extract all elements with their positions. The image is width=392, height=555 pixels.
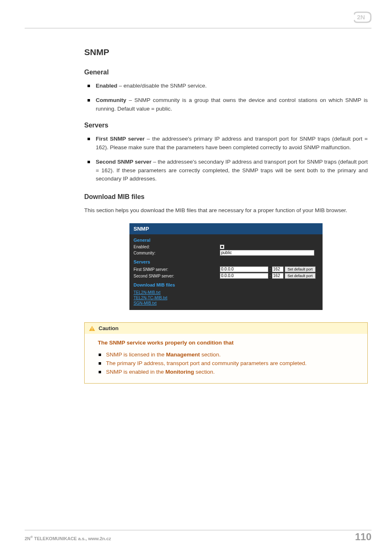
desc-enabled: – enable/disable the SNMP service.	[118, 83, 207, 89]
c3b: Monitoring	[166, 369, 194, 375]
colon-sep-2: :	[270, 274, 271, 278]
page-number: 110	[355, 531, 371, 543]
first-ip-input[interactable]: 0.0.0.0	[220, 266, 268, 272]
general-enabled: Enabled – enable/disable the SNMP servic…	[96, 82, 368, 90]
term-second-server: Second SNMP server	[96, 159, 152, 165]
header-divider	[25, 28, 371, 28]
enabled-checkbox[interactable]	[220, 245, 224, 249]
panel-lbl-first: First SNMP server:	[134, 267, 220, 272]
colon-sep: :	[270, 267, 271, 272]
community-input[interactable]: public	[220, 250, 314, 256]
svg-rect-2	[92, 330, 92, 330]
general-community: Community – SNMP community is a group th…	[96, 96, 368, 113]
servers-heading: Servers	[84, 122, 368, 129]
svg-text:2N: 2N	[357, 14, 365, 21]
term-enabled: Enabled	[96, 83, 118, 89]
footer-divider	[25, 530, 371, 530]
panel-lbl-second: Second SNMP server:	[134, 274, 220, 278]
panel-lbl-enabled: Enabled:	[134, 245, 220, 249]
mib-body: This section helps you download the MIB …	[84, 206, 368, 215]
c3a: SNMP is enabled in the	[106, 369, 166, 375]
snmp-config-panel: SNMP General Enabled: Community: public …	[129, 223, 323, 310]
page-title: SNMP	[84, 47, 368, 57]
panel-sec-servers: Servers	[129, 256, 323, 266]
caution-box: Caution The SNMP service works properly …	[84, 322, 368, 384]
mib-link-1[interactable]: TEL2N-MIB.txt	[134, 290, 318, 295]
brand-logo: 2N	[353, 12, 371, 25]
warning-icon	[89, 326, 95, 331]
term-community: Community	[96, 97, 126, 103]
mib-link-3[interactable]: SGN-MIB.txt	[134, 301, 318, 306]
mib-heading: Download MIB files	[84, 193, 368, 201]
servers-list: First SNMP server – the addressee's prim…	[84, 135, 368, 184]
panel-title: SNMP	[129, 223, 323, 234]
panel-lbl-community: Community:	[134, 251, 220, 255]
second-default-port-button[interactable]: Set default port	[285, 273, 316, 279]
general-list: Enabled – enable/disable the SNMP servic…	[84, 82, 368, 113]
svg-rect-1	[92, 327, 92, 329]
caution-item-2: The primary IP address, transport port a…	[106, 359, 360, 368]
desc-community: – SNMP community is a group that owns th…	[96, 97, 368, 112]
caution-item-1: SNMP is licensed in the Management secti…	[106, 351, 360, 359]
second-port-input[interactable]: 162	[272, 273, 284, 279]
footer-brand: 2N® TELEKOMUNIKACE a.s., www.2n.cz	[25, 535, 111, 541]
c1a: SNMP is licensed in the	[106, 352, 166, 358]
fb-suffix: TELEKOMUNIKACE a.s., www.2n.cz	[33, 536, 111, 541]
second-ip-input[interactable]: 0.0.0.0	[220, 273, 268, 279]
caution-subheading: The SNMP service works properly on condi…	[98, 340, 360, 346]
c3c: section.	[194, 369, 214, 375]
caution-item-3: SNMP is enabled in the Monitoring sectio…	[106, 368, 360, 377]
c1b: Management	[166, 352, 200, 358]
caution-header: Caution	[85, 323, 367, 334]
first-server: First SNMP server – the addressee's prim…	[96, 135, 368, 152]
caution-list: SNMP is licensed in the Management secti…	[98, 351, 360, 377]
mib-link-2[interactable]: TEL2N-TC-MIB.txt	[134, 295, 318, 301]
term-first-server: First SNMP server	[96, 136, 145, 142]
caution-title: Caution	[99, 325, 118, 331]
panel-sec-download: Download MIB files	[129, 279, 323, 289]
general-heading: General	[84, 69, 368, 76]
c1c: section.	[200, 352, 221, 358]
first-port-input[interactable]: 162	[272, 266, 284, 272]
panel-sec-general: General	[129, 234, 323, 244]
fb-prefix: 2N	[25, 536, 30, 541]
second-server: Second SNMP server – the addressee's sec…	[96, 158, 368, 184]
first-default-port-button[interactable]: Set default port	[285, 266, 316, 272]
